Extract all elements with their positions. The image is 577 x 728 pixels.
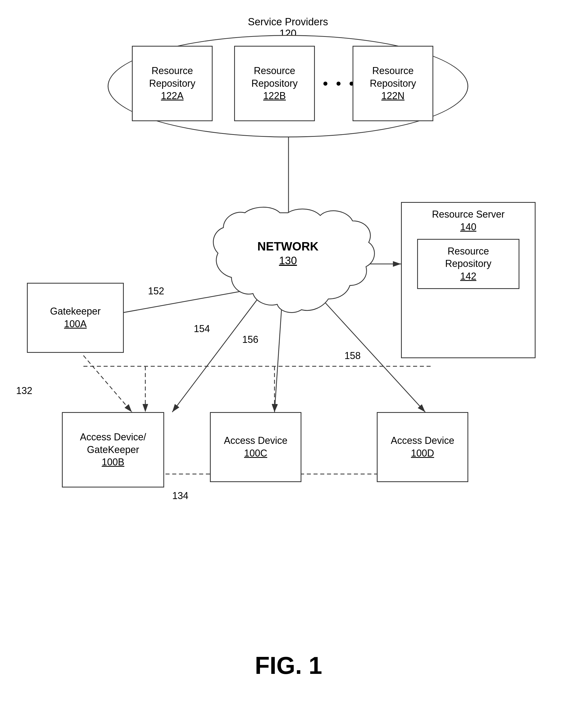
network-ref: 130 — [279, 255, 297, 266]
access-device-100d: Access Device 100D — [377, 412, 468, 482]
resource-server-label: Resource Server — [432, 209, 504, 220]
access-device-100b-ref: 100B — [102, 456, 124, 469]
diagram: Service Providers 120 Resource Repositor… — [0, 0, 577, 728]
resource-server-140: Resource Server 140 Resource Repository … — [401, 202, 535, 358]
gatekeeper-100a: Gatekeeper 100A — [27, 283, 124, 353]
access-device-100b-line1: Access Device/ — [80, 431, 146, 444]
line-label-154: 154 — [194, 323, 210, 335]
line-label-132: 132 — [16, 385, 32, 396]
svg-line-9 — [83, 356, 132, 412]
resource-repo-142-line2: Repository — [445, 258, 491, 269]
resource-repo-122b: Resource Repository 122B — [234, 46, 315, 121]
fig-label: FIG. 1 — [0, 652, 577, 679]
network-cloud: NETWORK 130 — [196, 205, 380, 323]
access-device-100c-ref: 100C — [244, 447, 267, 460]
resource-repo-122a: Resource Repository 122A — [132, 46, 213, 121]
line-label-152: 152 — [148, 285, 164, 297]
network-label: NETWORK — [257, 240, 319, 253]
gatekeeper-100a-label: Gatekeeper — [50, 305, 101, 318]
line-label-156: 156 — [242, 334, 258, 345]
resource-repo-122n: Resource Repository 122N — [353, 46, 433, 121]
line-label-134: 134 — [172, 490, 188, 501]
resource-repo-142-line1: Resource — [447, 245, 489, 257]
access-device-100d-ref: 100D — [411, 447, 434, 460]
access-device-100d-line1: Access Device — [391, 435, 454, 447]
access-device-100c-line1: Access Device — [224, 435, 287, 447]
access-device-100b: Access Device/ GateKeeper 100B — [62, 412, 164, 488]
gatekeeper-100a-ref: 100A — [64, 318, 87, 331]
resource-server-ref: 140 — [460, 222, 476, 232]
access-device-100b-line2: GateKeeper — [87, 444, 139, 456]
access-device-100c: Access Device 100C — [210, 412, 301, 482]
resource-repo-142-ref: 142 — [460, 271, 476, 282]
line-label-158: 158 — [345, 350, 361, 361]
ellipsis-dots: • • • — [323, 75, 356, 92]
